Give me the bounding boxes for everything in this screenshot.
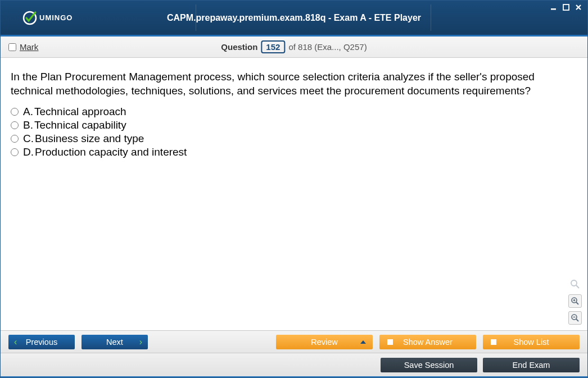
question-header: Mark Question 152 of 818 (Exa..., Q257) bbox=[1, 37, 587, 58]
maximize-button[interactable] bbox=[562, 3, 571, 12]
stop-icon bbox=[387, 339, 393, 345]
logo-check-icon bbox=[22, 10, 38, 26]
option-d-radio[interactable] bbox=[11, 148, 19, 156]
svg-rect-1 bbox=[551, 8, 556, 10]
option-a-radio[interactable] bbox=[11, 108, 19, 116]
minimize-button[interactable] bbox=[549, 3, 558, 12]
zoom-controls bbox=[568, 277, 582, 325]
triangle-up-icon bbox=[360, 340, 366, 344]
zoom-in-button[interactable] bbox=[568, 294, 582, 308]
session-toolbar: Save Session End Exam bbox=[1, 353, 587, 377]
review-button[interactable]: Review bbox=[276, 335, 373, 349]
next-button[interactable]: Next › bbox=[82, 335, 148, 349]
option-b-radio[interactable] bbox=[11, 121, 19, 129]
stop-icon bbox=[491, 339, 496, 345]
option-b[interactable]: B. Technical capability bbox=[11, 119, 577, 131]
question-number-input[interactable]: 152 bbox=[261, 40, 285, 53]
question-total: of 818 (Exa..., Q257) bbox=[288, 42, 367, 52]
zoom-out-button[interactable] bbox=[568, 311, 582, 325]
question-position: Question 152 of 818 (Exa..., Q257) bbox=[221, 40, 367, 53]
zoom-out-icon bbox=[571, 313, 580, 322]
question-label: Question bbox=[221, 42, 257, 52]
svg-line-6 bbox=[576, 302, 578, 304]
svg-line-10 bbox=[576, 319, 578, 321]
chevron-left-icon: ‹ bbox=[14, 337, 17, 347]
option-d[interactable]: D. Production capacity and interest bbox=[11, 146, 577, 158]
end-exam-button[interactable]: End Exam bbox=[483, 358, 580, 372]
question-text: In the Plan Procurement Management proce… bbox=[11, 70, 577, 98]
zoom-in-icon bbox=[571, 297, 580, 306]
window-title: CAPM.prepaway.premium.exam.818q - Exam A… bbox=[167, 13, 421, 23]
show-answer-button[interactable]: Show Answer bbox=[379, 335, 476, 349]
window-controls bbox=[549, 3, 583, 12]
options-list: A. Technical approach B. Technical capab… bbox=[11, 106, 577, 158]
app-logo: UMINGO bbox=[22, 10, 73, 26]
option-c[interactable]: C. Business size and type bbox=[11, 133, 577, 145]
logo-text: UMINGO bbox=[39, 13, 73, 22]
close-button[interactable] bbox=[574, 3, 583, 12]
zoom-reset-button[interactable] bbox=[568, 277, 582, 291]
svg-point-3 bbox=[571, 280, 577, 286]
mark-checkbox-input[interactable] bbox=[8, 43, 16, 51]
option-c-radio[interactable] bbox=[11, 135, 19, 143]
mark-label: Mark bbox=[20, 42, 38, 52]
mark-checkbox[interactable]: Mark bbox=[8, 42, 38, 52]
nav-toolbar: ‹ Previous Next › Review Show Answer Sho… bbox=[1, 330, 587, 353]
save-session-button[interactable]: Save Session bbox=[381, 358, 477, 372]
content-area: In the Plan Procurement Management proce… bbox=[1, 58, 587, 330]
previous-button[interactable]: ‹ Previous bbox=[8, 335, 75, 349]
svg-line-4 bbox=[576, 285, 579, 288]
show-list-button[interactable]: Show List bbox=[483, 335, 580, 349]
chevron-right-icon: › bbox=[139, 337, 142, 347]
magnifier-icon bbox=[570, 279, 580, 289]
app-window: UMINGO CAPM.prepaway.premium.exam.818q -… bbox=[0, 0, 588, 378]
title-bar: UMINGO CAPM.prepaway.premium.exam.818q -… bbox=[1, 1, 587, 37]
option-a[interactable]: A. Technical approach bbox=[11, 106, 577, 118]
svg-rect-2 bbox=[563, 4, 569, 10]
